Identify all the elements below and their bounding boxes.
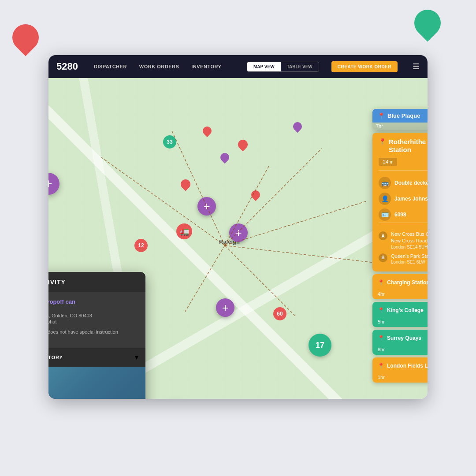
app-container: 5280 DISPATCHER WORK ORDERS INVENTORY MA…	[48, 55, 428, 399]
rotherhithe-header[interactable]: 📍 Rotherhithe Police Station ▴	[372, 133, 428, 157]
circle-60: 60	[273, 307, 286, 320]
driver-text: James Johnson	[394, 196, 428, 202]
rotherhithe-divider	[379, 170, 428, 171]
surrey-name: 📍 Surrey Quays	[378, 335, 421, 341]
menu-icon[interactable]: ☰	[413, 62, 420, 71]
map-marker-6[interactable]	[293, 122, 302, 131]
london-fields-card[interactable]: 📍 London Fields Lido ▾ 1hr	[372, 357, 428, 383]
view-toggle-group: MAP VEW TABLE VEW	[247, 62, 319, 72]
nav-inventory[interactable]: INVENTORY	[191, 64, 221, 69]
app-logo: 5280	[56, 61, 78, 72]
bg-pin-green	[409, 4, 446, 42]
mini-map: 8900 CO-93,Golden, CO80403 🚛	[48, 367, 145, 399]
activity-header: ☰ ACTIVITY	[48, 272, 145, 292]
london-name: 📍 London Fields Lido	[378, 363, 428, 369]
route-panel: 📍 Blue Plaque ▾ 7hr 📍 Rotherhithe Police…	[372, 109, 428, 383]
address-a-text: New Cross Bus Garage, 208 New Cross Road…	[391, 231, 428, 249]
surrey-quays-card[interactable]: 📍 Surrey Quays ▾ 8hr	[372, 330, 428, 355]
charging-header[interactable]: 📍 Charging Station ▾	[372, 274, 428, 290]
surrey-pin-icon: 📍	[378, 335, 384, 341]
address-divider	[379, 223, 428, 223]
special-instruction: Work order does not have special instruc…	[48, 329, 138, 335]
map-marker-2[interactable]	[238, 140, 248, 149]
blue-plaque-title: 📍 Blue Plaque	[378, 112, 420, 119]
nav-work-orders[interactable]: WORK ORDERS	[139, 64, 179, 69]
rotherhithe-driver: 👤 James Johnson	[372, 191, 428, 207]
circle-33: 33	[163, 135, 176, 149]
charging-pin-icon: 📍	[378, 279, 384, 286]
order-address: 8900 CO-93, Golden, CO 80403	[48, 313, 138, 318]
address-b-text: Queen's Park Station London SE1 6LW	[391, 253, 428, 264]
charging-name: 📍 Charging Station	[378, 279, 428, 286]
address-b-badge: B	[379, 253, 387, 262]
driver-icon: 👤	[379, 193, 391, 205]
kings-header[interactable]: 📍 King's College ▾	[372, 302, 428, 318]
kings-time: 5hr	[372, 318, 428, 327]
vehicle-icon: 🚌	[379, 177, 391, 189]
rotherhithe-id: 🪪 6098	[372, 207, 428, 223]
map-view-toggle[interactable]: MAP VEW	[247, 62, 281, 71]
route-card-blue-plaque[interactable]: 📍 Blue Plaque ▾ 7hr	[372, 109, 428, 130]
blue-plaque-header[interactable]: 📍 Blue Plaque ▾	[372, 109, 428, 123]
rotherhithe-title: 📍 Rotherhithe Police Station	[379, 138, 428, 154]
id-text: 6098	[394, 212, 406, 218]
london-pin-icon: 📍	[378, 363, 384, 369]
activity-title: ACTIVITY	[48, 279, 66, 286]
rotherhithe-time: 24hr	[379, 158, 397, 166]
rotherhithe-pin-icon: 📍	[379, 138, 386, 145]
vehicle-text: Double decker, Coach2	[394, 180, 428, 186]
map-marker-4[interactable]	[181, 179, 190, 189]
step-history-label: STEP HISTORY	[48, 355, 63, 360]
address-a-row: A New Cross Bus Garage, 208 New Cross Ro…	[379, 231, 428, 249]
london-time: 1hr	[372, 374, 428, 383]
map-marker-3[interactable]	[220, 153, 229, 162]
order-title[interactable]: #13585 Dropoff can	[48, 298, 138, 305]
map-marker-5[interactable]	[251, 190, 260, 199]
blue-plaque-pin-icon: 📍	[378, 112, 385, 119]
surrey-time: 8hr	[372, 346, 428, 355]
create-work-order-button[interactable]: CREATE WORK ORDER	[331, 61, 398, 72]
charging-time: 4hr	[372, 290, 428, 299]
plus-button-bottom[interactable]: +	[216, 298, 234, 317]
bg-pin-red	[7, 19, 45, 56]
map-marker-1[interactable]	[203, 126, 212, 135]
step-history-chevron: ▾	[135, 353, 138, 361]
map-area: Raleigh 🚛 + + + 33 12	[48, 78, 428, 399]
nav-dispatcher[interactable]: DISPATCHER	[94, 64, 127, 69]
london-header[interactable]: 📍 London Fields Lido ▾	[372, 357, 428, 374]
plus-button-center[interactable]: +	[197, 197, 216, 216]
top-nav: 5280 DISPATCHER WORK ORDERS INVENTORY MA…	[48, 55, 428, 78]
id-icon: 🪪	[379, 208, 391, 221]
rotherhithe-vehicle: 🚌 Double decker, Coach2	[372, 175, 428, 191]
address-b-row: B Queen's Park Station London SE1 6LW	[379, 253, 428, 264]
plus-button-mid[interactable]: +	[229, 223, 248, 242]
circle-12: 12	[134, 239, 148, 252]
order-type: 10 YRD Alsphat	[48, 319, 138, 324]
charging-station-card[interactable]: 📍 Charging Station ▾ 4hr	[372, 274, 428, 299]
rotherhithe-card: 📍 Rotherhithe Police Station ▴ 24hr 🚌 Do…	[372, 133, 428, 271]
step-history-section[interactable]: STEP HISTORY ▾	[48, 348, 145, 367]
activity-panel: ☰ ACTIVITY #13585 Dropoff can 04/26/2024…	[48, 272, 145, 399]
address-section: A New Cross Bus Garage, 208 New Cross Ro…	[372, 227, 428, 271]
order-date: 04/26/2024	[48, 307, 138, 312]
blue-plaque-time: 7hr	[372, 123, 428, 130]
activity-content: #13585 Dropoff can 04/26/2024 8900 CO-93…	[48, 292, 145, 348]
mini-map-background	[48, 367, 145, 399]
kings-name: 📍 King's College	[378, 307, 424, 313]
kings-college-card[interactable]: 📍 King's College ▾ 5hr	[372, 302, 428, 327]
circle-17: 17	[309, 334, 331, 357]
surrey-header[interactable]: 📍 Surrey Quays ▾	[372, 330, 428, 346]
kings-pin-icon: 📍	[378, 307, 384, 313]
table-view-toggle[interactable]: TABLE VEW	[281, 62, 319, 71]
address-a-badge: A	[379, 231, 387, 240]
